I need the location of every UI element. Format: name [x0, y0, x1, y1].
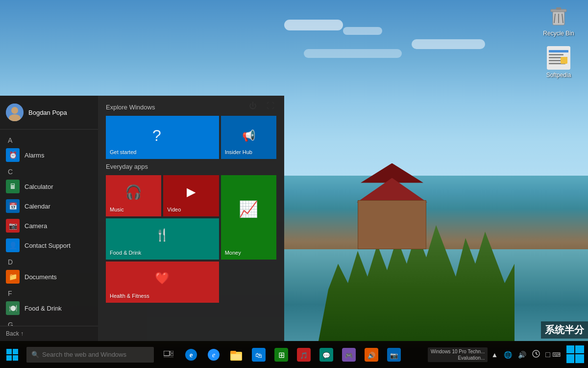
app-4-svg: 🎮 [342, 348, 356, 362]
svg-text:e: e [190, 351, 193, 359]
tile-music[interactable]: 🎧 Music [106, 175, 161, 216]
tile-insider-hub[interactable]: 📢 Insider Hub [221, 116, 276, 159]
softpedia-icon[interactable]: Softpedia [539, 44, 578, 80]
clock-svg [532, 350, 540, 358]
alpha-header-f: F [0, 287, 98, 298]
svg-rect-21 [171, 351, 173, 353]
cloud-1 [284, 20, 343, 30]
start-button[interactable] [0, 341, 24, 368]
windows-logo-icon [6, 349, 18, 361]
cloud-3 [412, 39, 485, 49]
app-3-svg: 💬 [319, 348, 333, 362]
edge-browser-icon: e [184, 348, 198, 362]
svg-rect-48 [566, 345, 574, 353]
tile-get-started[interactable]: ? Get started [106, 116, 219, 159]
cloud-4 [304, 49, 402, 58]
file-explorer-icon[interactable] [225, 341, 247, 368]
system-tray: Windows 10 Pro Techn... Evaluation... ▲ … [428, 345, 588, 364]
win10-badge: Windows 10 Pro Techn... Evaluation... [428, 347, 488, 362]
alpha-header-d: D [0, 255, 98, 267]
app-item-calculator[interactable]: 🖩 Calculator [0, 177, 98, 196]
task-view-icon [164, 351, 173, 359]
explore-section-title: Explore Windows [106, 104, 276, 111]
app-icon-1[interactable]: ⊞ [270, 341, 292, 368]
alpha-header-c: C [0, 165, 98, 177]
start-menu: Bogdan Popa ⏻ ⛶ A ⏰ Alarms C 🖩 Calcu [0, 96, 284, 341]
action-center-icon[interactable]: □ [545, 350, 550, 359]
svg-rect-7 [549, 50, 568, 53]
tile-money[interactable]: 📈 Money [221, 175, 276, 260]
tile-health-fitness[interactable]: ❤️ Health & Fitness [106, 262, 219, 303]
avatar-svg [6, 104, 24, 121]
building-body [358, 200, 426, 249]
app-item-contact-support[interactable]: 👤 Contact Support [0, 236, 98, 255]
system-tray-icons: ▲ 🌐 🔊 [490, 350, 541, 359]
desktop: Recycle Bin Softpedia 系统半分 [0, 0, 588, 368]
softpedia-svg [547, 46, 570, 70]
softpedia-image [547, 46, 570, 70]
alarms-icon: ⏰ [6, 148, 20, 162]
app-item-food-drink[interactable]: 🍽️ Food & Drink [0, 298, 98, 318]
music-tile-label: Music [110, 207, 124, 212]
keyboard-layout-icon[interactable]: ⌨ [552, 351, 561, 358]
store-icon[interactable]: 🛍 [248, 341, 270, 368]
search-input[interactable] [42, 351, 149, 358]
app-icon-6[interactable]: 📷 [383, 341, 405, 368]
win10-logo-corner [566, 345, 584, 364]
everyday-section-title: Everyday apps [106, 163, 276, 170]
contact-support-label: Contact Support [24, 242, 71, 249]
svg-rect-8 [549, 54, 564, 55]
svg-text:⊞: ⊞ [278, 351, 285, 359]
explore-tiles-grid: ? Get started 📢 Insider Hub [106, 116, 276, 159]
softpedia-label: Softpedia [546, 72, 571, 79]
recycle-bin-icon[interactable]: Recycle Bin [539, 2, 578, 39]
network-icon[interactable]: 🌐 [502, 351, 514, 359]
app-item-calendar[interactable]: 📅 Calendar [0, 196, 98, 216]
ie-icon[interactable]: e [203, 341, 224, 368]
app-item-camera[interactable]: 📷 Camera [0, 216, 98, 236]
app-icon-5[interactable]: 🔊 [361, 341, 382, 368]
start-menu-left-panel: Bogdan Popa ⏻ ⛶ A ⏰ Alarms C 🖩 Calcu [0, 96, 98, 341]
app-list: A ⏰ Alarms C 🖩 Calculator 📅 Calendar 📷 [0, 130, 98, 326]
edge-icon[interactable]: e [180, 341, 202, 368]
app-1-svg: ⊞ [274, 348, 288, 362]
svg-rect-12 [561, 57, 567, 64]
contact-support-icon: 👤 [6, 238, 20, 252]
svg-rect-17 [13, 349, 18, 354]
start-menu-tiles-panel: Explore Windows ? Get started 📢 Insider … [98, 96, 284, 341]
svg-text:🎵: 🎵 [300, 351, 308, 360]
chevron-up-icon[interactable]: ▲ [490, 351, 499, 359]
start-menu-footer[interactable]: Back ↑ [0, 326, 98, 341]
svg-text:💬: 💬 [322, 351, 331, 360]
svg-text:🛍: 🛍 [255, 351, 262, 359]
app-item-documents[interactable]: 📁 Documents [0, 267, 98, 287]
calendar-icon: 📅 [6, 199, 20, 213]
app-icon-2[interactable]: 🎵 [293, 341, 315, 368]
app-5-svg: 🔊 [365, 348, 378, 362]
svg-text:📷: 📷 [390, 351, 398, 360]
video-tile-label: Video [167, 207, 181, 212]
money-tile-label: Money [225, 250, 241, 256]
svg-rect-16 [6, 349, 12, 354]
task-view-button[interactable] [158, 341, 179, 368]
volume-icon[interactable]: 🔊 [516, 351, 528, 359]
tile-video[interactable]: ▶ Video [163, 175, 219, 216]
win10-logo-svg [566, 345, 584, 363]
user-avatar [6, 104, 24, 121]
user-profile[interactable]: Bogdan Popa [0, 96, 98, 130]
recycle-bin-svg [549, 5, 568, 27]
svg-rect-51 [575, 354, 584, 363]
svg-rect-30 [231, 354, 241, 360]
calculator-icon: 🖩 [6, 180, 20, 193]
svg-rect-20 [164, 351, 170, 356]
app-icon-3[interactable]: 💬 [316, 341, 337, 368]
svg-rect-18 [6, 355, 12, 361]
search-bar[interactable]: 🔍 [26, 347, 154, 363]
documents-icon: 📁 [6, 270, 20, 284]
recycle-bin-label: Recycle Bin [543, 30, 574, 37]
documents-label: Documents [24, 273, 57, 281]
app-icon-4[interactable]: 🎮 [338, 341, 360, 368]
tile-food-drink[interactable]: 🍴 Food & Drink [106, 218, 219, 260]
app-item-alarms[interactable]: ⏰ Alarms [0, 145, 98, 165]
alpha-header-g: G [0, 318, 98, 326]
